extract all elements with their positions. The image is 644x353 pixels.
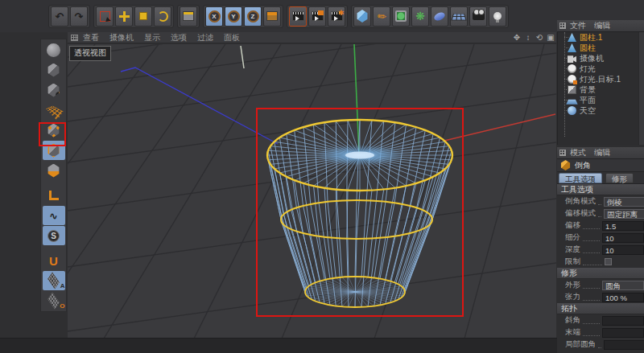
menu-filter[interactable]: 过滤 [197, 32, 213, 43]
add-primitive-button[interactable] [353, 6, 371, 27]
camera-button[interactable] [469, 6, 487, 27]
menu-panel[interactable]: 面板 [224, 32, 240, 43]
shape-dropdown[interactable]: 圆角 [602, 281, 644, 290]
snap-button[interactable]: U [43, 251, 65, 270]
light-button[interactable] [489, 6, 506, 27]
undo-button[interactable]: ↶ [51, 6, 68, 27]
viewport-label[interactable]: 透视视图 [69, 46, 111, 61]
limit-checkbox[interactable] [605, 258, 612, 265]
field-label: 张力 [565, 292, 580, 302]
pan-icon[interactable]: ✥ [511, 33, 522, 42]
section-topology[interactable]: 拓扑 [557, 303, 644, 314]
render-settings-button[interactable] [328, 6, 345, 27]
axis-y-lock: Y [228, 10, 240, 23]
object-label: 灯光.目标.1 [580, 74, 621, 85]
field-label: 倒角模式 [565, 196, 596, 207]
offset-field[interactable]: 1.5 [602, 221, 644, 231]
subdivision-field[interactable]: 10 [602, 233, 644, 243]
menu-options[interactable]: 选项 [171, 32, 187, 43]
redo-button[interactable]: ↷ [70, 6, 88, 27]
viewport-menu-grip-icon[interactable] [71, 35, 78, 41]
object-row-plane[interactable]: 平面 [558, 95, 644, 105]
toggle-view-icon[interactable]: ▣ [545, 33, 556, 42]
live-selection-icon [100, 11, 110, 22]
depth-field[interactable]: 10 [602, 245, 644, 255]
menu-view[interactable]: 查看 [83, 32, 99, 43]
light-icon [493, 12, 502, 20]
subdivision-surface-button[interactable] [392, 6, 410, 27]
texture-mode-button[interactable] [43, 80, 65, 100]
model-mode-button[interactable] [43, 60, 65, 80]
live-selection-button[interactable] [96, 6, 114, 27]
zoom-icon[interactable]: ↕ [522, 33, 534, 42]
section-tool-options[interactable]: 工具选项 [557, 184, 644, 195]
deformer-button[interactable]: ❋ [411, 6, 429, 27]
menu-display[interactable]: 显示 [144, 32, 160, 43]
axis-z-button[interactable]: Z [244, 6, 262, 27]
viewport[interactable]: 透视视图 [68, 44, 556, 338]
object-row-light-target[interactable]: 灯光.目标.1 [558, 74, 644, 84]
row-offset: 偏移 1.5 [557, 220, 644, 232]
object-manager: 圆柱.1 圆柱 摄像机 灯光 灯光.目标.1 背景 [557, 32, 644, 145]
scale-button[interactable] [134, 6, 152, 27]
workplane-mode-button[interactable] [43, 101, 65, 120]
enable-axis-button[interactable] [43, 186, 65, 205]
axis-y-button[interactable]: Y [225, 6, 242, 27]
solo-mode-button[interactable]: S [43, 226, 65, 245]
render-picture-viewer-button[interactable] [308, 6, 326, 27]
bevel-mode-dropdown[interactable]: 倒棱 [604, 197, 644, 207]
object-label: 灯光 [580, 64, 596, 75]
ending-field[interactable] [602, 328, 644, 338]
tweak-mode-button[interactable]: ∿ [43, 206, 65, 225]
scale-icon [139, 12, 147, 20]
object-row-cylinder[interactable]: 圆柱 [558, 43, 644, 53]
render-view-button[interactable] [289, 6, 307, 27]
object-row-camera[interactable]: 摄像机 [558, 53, 644, 64]
object-label: 圆柱.1 [580, 32, 602, 43]
am-tab-mode[interactable]: 模式 [570, 147, 586, 158]
om-tab-file[interactable]: 文件 [570, 20, 586, 31]
make-editable-button[interactable] [43, 40, 65, 60]
polygons-mode-button[interactable] [43, 161, 65, 180]
section-shaping[interactable]: 修形 [557, 268, 644, 279]
cylinder-icon [568, 43, 576, 52]
rotate-view-icon[interactable]: ⟲ [534, 33, 545, 42]
snap-modes-button[interactable]: A [43, 271, 65, 290]
axis-x-button[interactable]: X [205, 6, 223, 27]
floor-icon [451, 13, 466, 20]
add-cube-icon [357, 10, 369, 23]
panel-grip-icon[interactable] [559, 23, 566, 29]
om-tab-edit[interactable]: 编辑 [594, 20, 610, 31]
move-button[interactable] [115, 6, 133, 27]
object-row-background[interactable]: 背景 [558, 84, 644, 95]
coord-system-button[interactable] [263, 6, 281, 27]
cylinder-icon [568, 33, 576, 42]
object-row-light[interactable]: 灯光 [558, 64, 644, 74]
environment-button[interactable] [431, 6, 448, 27]
miter-field[interactable] [602, 316, 644, 326]
object-row-cylinder1[interactable]: 圆柱.1 [558, 32, 644, 43]
add-spline-button[interactable]: ✎ [373, 6, 390, 27]
light-target-icon [568, 75, 576, 84]
background-icon [568, 85, 576, 94]
object-row-sky[interactable]: 天空 [558, 105, 644, 116]
quantize-button[interactable]: O [43, 291, 65, 310]
floor-button[interactable] [450, 6, 468, 27]
menu-cameras[interactable]: 摄像机 [109, 32, 134, 43]
bevel-tool-icon [560, 160, 571, 170]
coord-cube-icon [183, 11, 194, 21]
am-tab-edit[interactable]: 编辑 [594, 147, 610, 158]
tab-shaping[interactable]: 修形 [605, 173, 634, 183]
object-label: 平面 [580, 95, 596, 106]
points-mode-button[interactable] [43, 121, 65, 140]
om-scrollbar[interactable] [638, 32, 644, 145]
last-tool-button[interactable] [180, 6, 197, 27]
offset-mode-dropdown[interactable]: 固定距离 [604, 209, 644, 219]
edges-mode-button[interactable] [43, 141, 65, 160]
tension-field[interactable]: 100 % [602, 293, 644, 302]
panel-grip-icon[interactable] [559, 150, 566, 156]
points-mode-icon [47, 124, 60, 138]
tab-tool-options[interactable]: 工具选项 [559, 173, 602, 183]
partial-rounding-field[interactable] [604, 340, 644, 350]
rotate-button[interactable] [154, 6, 171, 27]
